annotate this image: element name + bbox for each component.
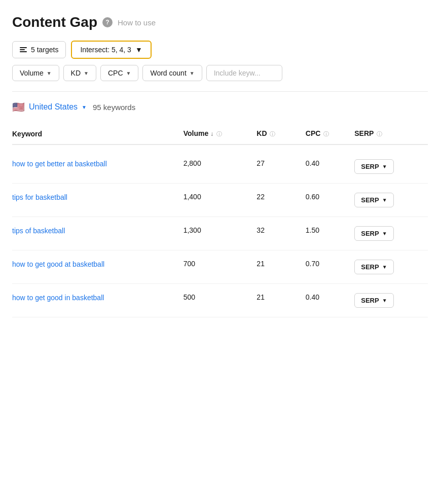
keyword-link[interactable]: tips for basketball [12,193,175,203]
kd-cell: 21 [256,250,305,284]
volume-chevron-icon: ▼ [47,70,52,76]
th-kd: KD ⓘ [256,123,305,145]
help-icon[interactable]: ? [102,17,113,27]
page-title: Content Gap [12,14,97,30]
keyword-cell: tips for basketball [12,184,184,217]
country-row: 🇺🇸 United States ▼ 95 keywords [12,91,428,119]
serp-chevron-icon: ▼ [382,164,387,169]
serp-cell: SERP▼ [354,184,428,217]
volume-filter-button[interactable]: Volume ▼ [12,65,59,81]
th-keyword: Keyword [12,123,184,145]
serp-label: SERP [361,196,379,204]
th-cpc: CPC ⓘ [306,123,354,145]
serp-label: SERP [361,230,379,237]
keywords-count: 95 keywords [93,103,135,112]
cpc-filter-button[interactable]: CPC ▼ [100,65,138,81]
serp-label: SERP [361,297,379,304]
keyword-cell: how to get good at basketball [12,250,184,284]
th-volume[interactable]: Volume ↓ ⓘ [184,123,257,145]
kd-cell: 32 [256,217,305,250]
serp-cell: SERP▼ [354,145,428,184]
table-row: how to get good at basketball700210.70SE… [12,250,428,284]
serp-chevron-icon: ▼ [382,231,387,236]
cpc-cell: 1.50 [306,217,354,250]
volume-sort-icon: ↓ [210,130,213,137]
filter-icon [20,47,27,52]
keyword-link[interactable]: how to get good in basketball [12,293,175,303]
country-chevron-icon: ▼ [82,104,87,110]
serp-label: SERP [361,163,379,170]
cpc-cell: 0.60 [306,184,354,217]
kd-info-icon: ⓘ [270,130,275,138]
intersect-button[interactable]: Intersect: 5, 4, 3 ▼ [71,41,151,59]
table-header-row: Keyword Volume ↓ ⓘ KD ⓘ CPC ⓘ SERP ⓘ [12,123,428,145]
serp-cell: SERP▼ [354,217,428,250]
toolbar-row2: Volume ▼ KD ▼ CPC ▼ Word count ▼ Include… [12,65,428,81]
serp-button[interactable]: SERP▼ [354,260,393,274]
word-count-filter-label: Word count [150,69,186,77]
volume-info-icon: ⓘ [216,130,222,138]
keyword-cell: how to get better at basketball [12,145,184,184]
page-header: Content Gap ? How to use [12,14,428,30]
serp-button[interactable]: SERP▼ [354,193,393,207]
kd-cell: 27 [256,145,305,184]
volume-cell: 1,300 [184,217,257,250]
serp-label: SERP [361,263,379,271]
intersect-label: Intersect: 5, 4, 3 [80,46,131,54]
cpc-cell: 0.40 [306,284,354,317]
kd-filter-label: KD [71,69,81,77]
serp-chevron-icon: ▼ [382,197,387,203]
serp-chevron-icon: ▼ [382,298,387,303]
table-row: tips for basketball1,400220.60SERP▼ [12,184,428,217]
cpc-filter-label: CPC [108,69,123,77]
keyword-link[interactable]: how to get good at basketball [12,260,175,270]
country-selector[interactable]: 🇺🇸 United States ▼ [12,101,87,113]
country-name: United States [29,102,78,112]
word-count-filter-button[interactable]: Word count ▼ [142,65,202,81]
cpc-chevron-icon: ▼ [126,70,131,76]
table-row: how to get good in basketball500210.40SE… [12,284,428,317]
intersect-chevron-icon: ▼ [135,46,142,54]
how-to-use-link[interactable]: How to use [118,18,156,27]
serp-button[interactable]: SERP▼ [354,226,393,241]
volume-cell: 700 [184,250,257,284]
kd-chevron-icon: ▼ [84,70,89,76]
kd-cell: 22 [256,184,305,217]
serp-cell: SERP▼ [354,284,428,317]
keyword-cell: tips of basketball [12,217,184,250]
volume-filter-label: Volume [20,69,44,77]
table-row: tips of basketball1,300321.50SERP▼ [12,217,428,250]
serp-chevron-icon: ▼ [382,264,387,270]
cpc-cell: 0.40 [306,145,354,184]
toolbar-row1: 5 targets Intersect: 5, 4, 3 ▼ [12,41,428,59]
targets-label: 5 targets [31,46,58,54]
volume-cell: 1,400 [184,184,257,217]
cpc-info-icon: ⓘ [323,130,329,138]
serp-button[interactable]: SERP▼ [354,159,393,174]
serp-info-icon: ⓘ [377,130,382,138]
kd-cell: 21 [256,284,305,317]
keyword-link[interactable]: how to get better at basketball [12,159,175,169]
keywords-table: Keyword Volume ↓ ⓘ KD ⓘ CPC ⓘ SERP ⓘ [12,123,428,317]
include-keywords-button[interactable]: Include keyw... [206,65,282,81]
table-row: how to get better at basketball2,800270.… [12,145,428,184]
kd-filter-button[interactable]: KD ▼ [63,65,96,81]
volume-cell: 2,800 [184,145,257,184]
country-flag-icon: 🇺🇸 [12,101,25,113]
targets-button[interactable]: 5 targets [12,41,66,58]
volume-cell: 500 [184,284,257,317]
serp-cell: SERP▼ [354,250,428,284]
cpc-cell: 0.70 [306,250,354,284]
th-serp: SERP ⓘ [354,123,428,145]
keyword-link[interactable]: tips of basketball [12,226,175,236]
include-keywords-placeholder: Include keyw... [214,69,261,77]
serp-button[interactable]: SERP▼ [354,293,393,308]
word-count-chevron-icon: ▼ [190,70,195,76]
keyword-cell: how to get good in basketball [12,284,184,317]
